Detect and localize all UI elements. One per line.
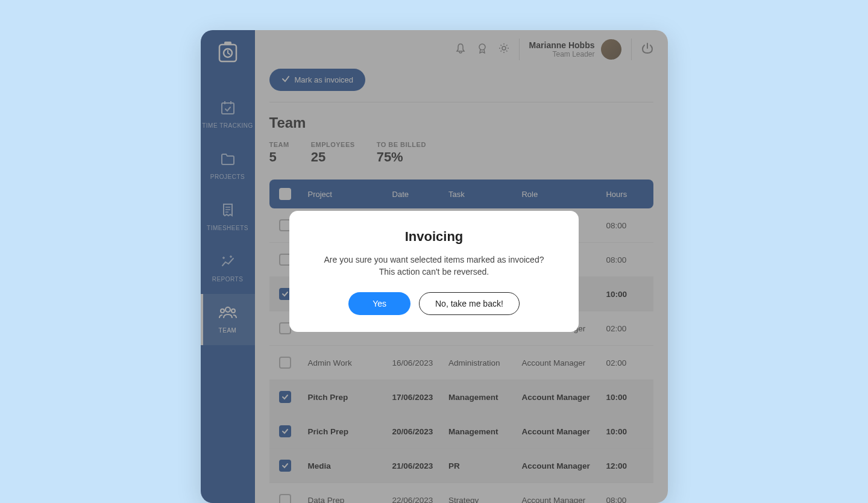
modal-overlay[interactable]: Invoicing Are you sure you want selected… [201, 30, 668, 503]
invoicing-modal: Invoicing Are you sure you want selected… [289, 211, 579, 332]
app-window: TIME TRACKING PROJECTS TIMESHEETS [201, 30, 668, 503]
confirm-no-button[interactable]: No, take me back! [419, 292, 520, 315]
modal-title: Invoicing [309, 229, 559, 245]
confirm-yes-button[interactable]: Yes [348, 292, 410, 315]
modal-buttons: Yes No, take me back! [309, 292, 559, 315]
modal-message: Are you sure you want selected items mar… [309, 254, 559, 278]
